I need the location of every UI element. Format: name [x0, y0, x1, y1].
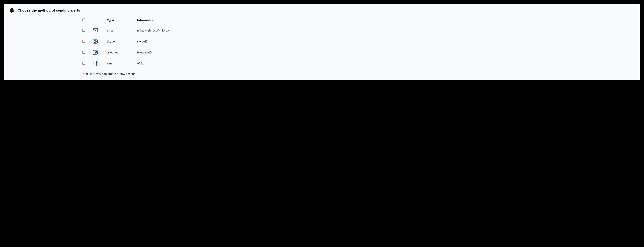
- row-checkbox-skype[interactable]: [82, 40, 85, 43]
- column-header-type: Type: [105, 17, 136, 25]
- table-row: telegram telegramID: [81, 47, 216, 58]
- table-row: email mihanwebhost@info.com: [81, 25, 216, 36]
- select-all-checkbox[interactable]: [82, 19, 85, 21]
- footer-suffix: you can create a new account.: [95, 72, 137, 75]
- skype-icon: [92, 39, 98, 44]
- table-row: skype skypeID: [81, 36, 216, 47]
- telegram-icon: [92, 50, 98, 55]
- row-info: mihanwebhost@info.com: [136, 25, 216, 36]
- row-checkbox-sms[interactable]: [82, 62, 85, 65]
- alerts-panel: Choose the method of sending alerts Type…: [4, 4, 640, 80]
- row-type: skype: [105, 36, 136, 47]
- row-info: telegramID: [136, 47, 216, 58]
- row-type: telegram: [105, 47, 136, 58]
- bell-icon: [9, 7, 15, 14]
- row-info: 0911...: [136, 58, 216, 69]
- create-account-link[interactable]: Here: [89, 72, 96, 75]
- row-info: skypeID: [136, 36, 216, 47]
- row-checkbox-email[interactable]: [82, 29, 85, 32]
- row-type: sms: [105, 58, 136, 69]
- panel-header: Choose the method of sending alerts: [9, 7, 635, 14]
- sms-icon: [92, 61, 98, 66]
- footer-prefix: From: [81, 72, 89, 75]
- alerts-table-wrap: Type Information ema: [81, 17, 216, 76]
- panel-title: Choose the method of sending alerts: [18, 8, 80, 13]
- row-checkbox-telegram[interactable]: [82, 51, 85, 54]
- svg-rect-0: [93, 29, 98, 32]
- row-type: email: [105, 25, 136, 36]
- email-icon: [92, 28, 98, 33]
- alerts-table: Type Information ema: [81, 17, 216, 69]
- column-header-info: Information: [136, 17, 216, 25]
- table-row: sms 0911...: [81, 58, 216, 69]
- footer-note: From Here you can create a new account.: [81, 72, 216, 76]
